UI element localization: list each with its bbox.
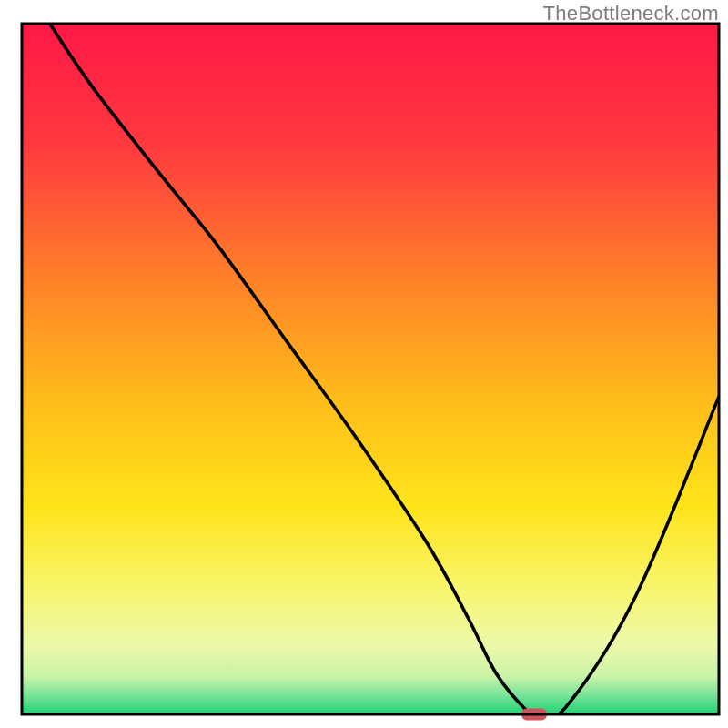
plot-gradient-background — [22, 24, 719, 714]
bottleneck-chart — [0, 0, 728, 728]
watermark-label: TheBottleneck.com — [543, 2, 719, 25]
